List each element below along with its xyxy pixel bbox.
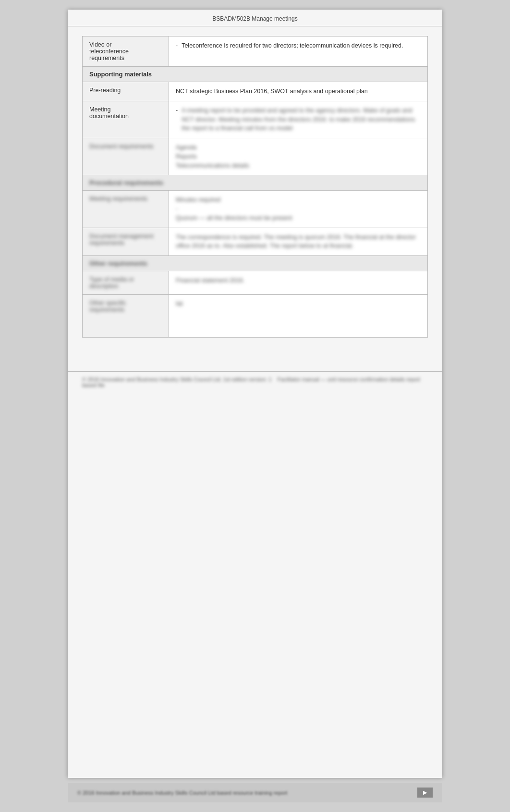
table-row-doc-req: Document requirements Agenda Reports Tel… [83,138,428,175]
row-label-meeting-doc: Meetingdocumentation [83,101,169,138]
list-item: Telecommunications details [176,161,421,170]
section-header-label: Supporting materials [89,71,152,78]
list-item: Minutes required [176,195,421,205]
table-row-prereading: Pre-reading NCT strategic Business Plan … [83,82,428,101]
section-header-row-supporting: Supporting materials [83,67,428,82]
doc-mgmt-label: Document management requirements [89,233,153,246]
list-item: Reports [176,152,421,161]
row-value-media: Financial statement 2016. [169,271,428,295]
header-title: BSBADM502B Manage meetings [212,15,297,22]
row-label: Video orteleconferencerequirements [83,36,169,67]
doc-req-label: Document requirements [89,143,153,150]
section-header-row-procedural: Procedural requirements [83,175,428,191]
bottom-bar-button[interactable]: ▶ [417,788,433,798]
table-row-doc-mgmt: Document management requirements The cor… [83,228,428,256]
table-row-meeting-req: Meeting requirements Minutes required - … [83,191,428,228]
row-value-meeting-doc: - A meeting report to be provided and ag… [169,101,428,138]
row-value-doc-mgmt: The correspondence is required. The meet… [169,228,428,256]
table-row-other-spec: Other specific requirements Nil [83,295,428,338]
row-value-meeting-req: Minutes required - Quorum — all the dire… [169,191,428,228]
bottom-bar-text: © 2016 Innovation and Business Industry … [77,790,287,796]
document-page: BSBADM502B Manage meetings Video ortelec… [68,10,442,778]
footer-text: © 2016 Innovation and Business Industry … [82,376,428,388]
table-row-meeting-doc: Meetingdocumentation - A meeting report … [83,101,428,138]
list-item: Quorum — all the directors must be prese… [176,214,421,223]
media-label: Type of media or description [89,276,134,290]
bullet-item-meeting: - A meeting report to be provided and ag… [176,106,421,133]
bullet-dash: - [176,41,178,50]
other-section-label: Other requirements [89,260,147,267]
row-value-other-spec: Nil [169,295,428,338]
row-label-doc-mgmt: Document management requirements [83,228,169,256]
bullet-item: - Teleconference is required for two dir… [176,41,421,50]
section-header-cell-procedural: Procedural requirements [83,175,428,191]
list-item: Agenda [176,143,421,152]
section-header-row-other: Other requirements [83,256,428,271]
row-label-other-spec: Other specific requirements [83,295,169,338]
meeting-doc-text: A meeting report to be provided and agre… [182,106,421,133]
row-label-prereading: Pre-reading [83,82,169,101]
page-header: BSBADM502B Manage meetings [68,10,442,26]
other-spec-text: Nil [176,301,183,307]
table-row: Video orteleconferencerequirements - Tel… [83,36,428,67]
doc-mgmt-text: The correspondence is required. The meet… [176,234,416,250]
page-footer: © 2016 Innovation and Business Industry … [68,371,442,393]
other-spec-label: Other specific requirements [89,300,126,313]
section-header-cell-other: Other requirements [83,256,428,271]
main-table: Video orteleconferencerequirements - Tel… [82,36,428,338]
row-label-media: Type of media or description [83,271,169,295]
row-label-doc-req: Document requirements [83,138,169,175]
row-value: - Teleconference is required for two dir… [169,36,428,67]
procedural-section-label: Procedural requirements [89,179,163,186]
teleconference-text: Teleconference is required for two direc… [182,41,403,50]
bottom-bar: © 2016 Innovation and Business Industry … [68,783,442,802]
meeting-req-value: Minutes required - Quorum — all the dire… [176,195,421,222]
row-value-doc-req: Agenda Reports Telecommunications detail… [169,138,428,175]
row-label-meeting-req: Meeting requirements [83,191,169,228]
page-content: Video orteleconferencerequirements - Tel… [68,26,442,352]
doc-req-items: Agenda Reports Telecommunications detail… [176,143,421,170]
bullet-dash-meeting: - [176,106,178,133]
meeting-req-label: Meeting requirements [89,195,147,202]
list-item: - [176,205,421,214]
prereading-text: NCT strategic Business Plan 2016, SWOT a… [176,88,368,95]
table-row-media: Type of media or description Financial s… [83,271,428,295]
section-header-cell: Supporting materials [83,67,428,82]
media-text: Financial statement 2016. [176,277,244,284]
row-value-prereading: NCT strategic Business Plan 2016, SWOT a… [169,82,428,101]
